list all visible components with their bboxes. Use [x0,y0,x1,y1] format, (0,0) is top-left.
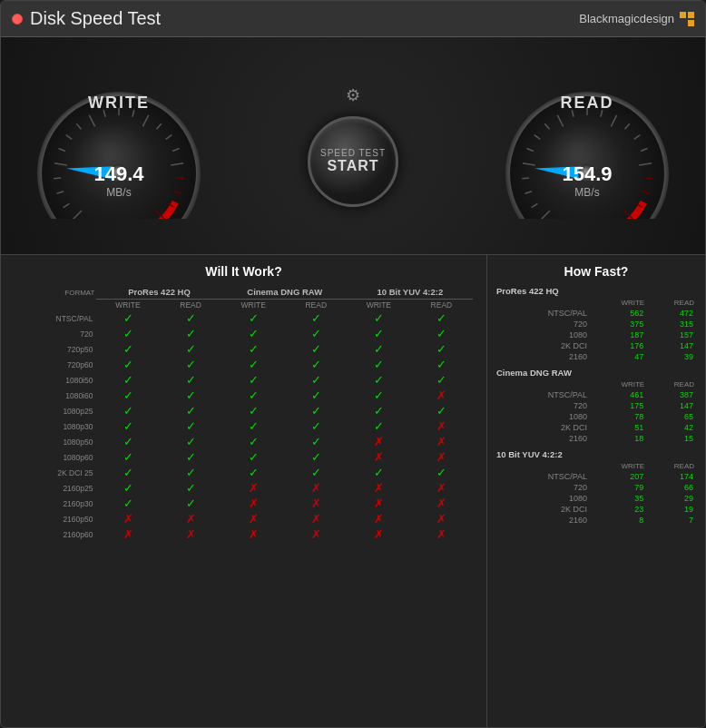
check-cell: ✗ [348,434,410,449]
check-cell: ✓ [160,496,222,511]
check-cell: ✓ [222,388,285,403]
speed-row-label: 2K DCI [496,504,590,515]
table-row: 1080p25✓✓✓✓✓✓ [15,403,473,418]
format-label: 2160p30 [15,496,96,511]
format-label: 720p60 [15,357,96,372]
speed-read-value: 65 [646,411,696,422]
check-cell: ✓ [222,449,285,465]
table-row: 720✓✓✓✓✓✓ [15,326,473,341]
title-bar: Disk Speed Test Blackmagicdesign [1,1,705,37]
speed-row-label: 720 [496,319,590,330]
check-cell: ✓ [160,449,222,465]
check-cell: ✓ [348,465,410,480]
speed-row-label: 1080 [496,493,590,504]
check-cell: ✗ [410,434,473,449]
check-cell: ✓ [285,449,348,465]
format-label: 1080p30 [15,418,96,434]
prores-write-header: WRITE [96,300,159,311]
check-cell: ✗ [222,496,285,511]
check-cell: ✓ [285,388,348,403]
speed-row-label: 2K DCI [496,422,590,433]
app-window: Disk Speed Test Blackmagicdesign WRITE 1… [0,0,706,728]
check-cell: ✓ [160,372,222,388]
speed-read-value: 66 [646,482,696,493]
speed-row: 10807865 [496,411,696,422]
check-cell: ✓ [96,434,159,449]
check-cell: ✓ [285,434,348,449]
check-cell: ✓ [160,341,222,357]
speed-row-label: 720 [496,400,590,411]
check-cell: ✓ [222,341,285,357]
check-cell: ✗ [348,526,410,542]
read-speed-value: 154.9 [562,162,612,185]
write-label: WRITE [28,93,210,113]
write-gauge: WRITE 149.4 MB/s [28,74,210,219]
speed-read-value: 42 [646,422,696,433]
speed-write-value: 375 [590,319,646,330]
speed-read-value: 472 [646,308,696,319]
format-label: 2K DCI 25 [15,465,96,480]
format-label: 2160p25 [15,480,96,496]
speed-row: 10803529 [496,493,696,504]
speed-col-header: WRITE [590,298,646,308]
how-fast-title: How Fast? [496,264,696,279]
speed-read-value: 29 [646,493,696,504]
check-cell: ✓ [222,372,285,388]
format-label: 1080p50 [15,434,96,449]
check-cell: ✓ [348,357,410,372]
speed-row: 1080187157 [496,330,696,340]
speed-col-header [496,379,590,389]
start-label-line1: SPEED TEST [320,148,386,158]
speed-write-value: 461 [590,389,646,400]
gauge-section: WRITE 149.4 MB/s ⚙ SPEED TEST START [1,37,705,255]
speed-col-header: WRITE [590,379,646,389]
check-cell: ✗ [348,496,410,511]
table-row: 2160p30✓✓✗✗✗✗ [15,496,473,511]
speed-row: 2K DCI176147 [496,340,696,351]
speed-row: 7207966 [496,482,696,493]
window-title: Disk Speed Test [30,8,579,29]
speed-col-header: READ [646,379,696,389]
will-it-work-panel: Will It Work? FORMAT ProRes 422 HQ Cinem… [1,255,487,727]
cinema-write-header: WRITE [222,300,285,311]
start-button[interactable]: SPEED TEST START [308,116,398,207]
check-cell: ✗ [285,496,348,511]
speed-row-label: NTSC/PAL [496,308,590,319]
speed-row: 21604739 [496,351,696,362]
cinema-read-header: READ [285,300,348,311]
check-cell: ✗ [96,511,159,526]
check-cell: ✓ [96,341,159,357]
speed-read-value: 19 [646,504,696,515]
check-cell: ✗ [348,480,410,496]
speed-write-value: 8 [590,515,646,526]
speed-write-value: 51 [590,422,646,433]
close-button[interactable] [12,14,23,25]
check-cell: ✓ [222,403,285,418]
speed-read-value: 157 [646,330,696,340]
speed-table: WRITEREADNTSC/PAL46138772017514710807865… [496,379,696,444]
check-cell: ✓ [160,357,222,372]
check-cell: ✓ [348,326,410,341]
settings-icon[interactable]: ⚙ [346,85,360,105]
how-fast-content: ProRes 422 HQWRITEREADNTSC/PAL5624727203… [496,286,696,526]
check-cell: ✓ [348,418,410,434]
write-gauge-wrap: WRITE 149.4 MB/s [28,74,210,219]
speed-read-value: 39 [646,351,696,362]
table-row: 720p60✓✓✓✓✓✓ [15,357,473,372]
read-gauge-wrap: READ 154.9 MB/s [496,74,678,219]
format-label: 720p50 [15,341,96,357]
write-value-area: 149.4 MB/s [28,162,210,199]
check-cell: ✓ [96,310,159,326]
check-cell: ✓ [96,496,159,511]
check-cell: ✓ [410,326,473,341]
speed-col-header: WRITE [590,461,646,471]
check-cell: ✓ [160,418,222,434]
speed-row: NTSC/PAL562472 [496,308,696,319]
table-row: NTSC/PAL✓✓✓✓✓✓ [15,310,473,326]
logo-sq-1 [680,12,686,18]
check-cell: ✓ [285,326,348,341]
speed-row-label: NTSC/PAL [496,471,590,482]
check-cell: ✓ [222,434,285,449]
check-cell: ✗ [410,388,473,403]
format-label: 1080i50 [15,372,96,388]
